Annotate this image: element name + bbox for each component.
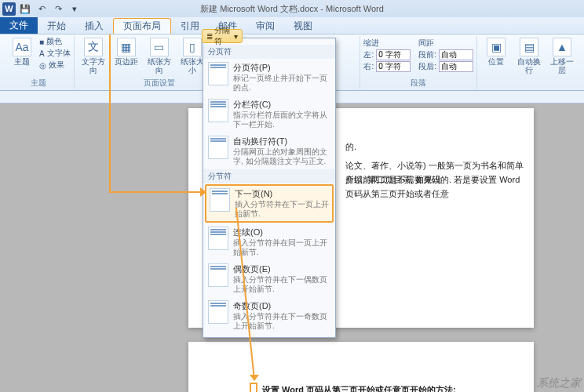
group-paragraph: 缩进 左: 右: 间距 段前: 段后: 段落 (360, 36, 477, 89)
text-wrap-icon (208, 136, 228, 159)
theme-fonts[interactable]: A 文字体 (39, 48, 71, 59)
wrap-text-button[interactable]: ▤自动换行 (513, 36, 545, 76)
body-text-frag3: 所以前两页是不需要页码的. 若是要设置 Word 页码从第三页开始或者任意 (345, 172, 524, 201)
redo-icon[interactable]: ↷ (51, 2, 65, 16)
item-next-page[interactable]: 下一页(N)插入分节符并在下一页上开始新节. (205, 184, 334, 223)
even-page-icon (208, 263, 228, 287)
group-label-themes: 主题 (31, 78, 46, 89)
indent-right-input[interactable] (376, 61, 411, 72)
indent-left-input[interactable] (376, 49, 411, 60)
group-themes: Aa主题 ■ 颜色 A 文字体 ◎ 效果 主题 (3, 36, 75, 89)
body-text-frag1: 的. (345, 140, 356, 154)
themes-button[interactable]: Aa主题 (6, 36, 38, 67)
group-arrange: ▣位置 ▤自动换行 ▲上移一层 (477, 36, 581, 89)
item-page-break[interactable]: 分页符(P)标记一页终止并开始下一页的点. (203, 59, 335, 96)
arrow-head-1 (200, 187, 206, 197)
theme-effects[interactable]: ◎ 效果 (39, 60, 71, 71)
watermark: 系统之家 (537, 376, 581, 390)
breaks-icon: ≣ (206, 32, 213, 41)
chevron-down-icon: ▾ (234, 32, 238, 41)
continuous-icon (208, 227, 228, 250)
group-label-paragraph: 段落 (411, 78, 426, 89)
item-column-break[interactable]: 分栏符(C)指示分栏符后面的文字将从下一栏开始. (203, 96, 335, 132)
theme-colors[interactable]: ■ 颜色 (39, 36, 71, 47)
position-icon: ▣ (487, 38, 506, 56)
spacing-heading: 间距 (418, 38, 473, 49)
wrap-icon: ▤ (520, 38, 538, 56)
item-continuous[interactable]: 连续(O)插入分节符并在同一页上开始新节. (203, 223, 335, 260)
page-break-icon (208, 62, 228, 85)
ribbon-tabs: 文件 开始 插入 页面布局 引用 邮件 审阅 视图 (0, 17, 584, 34)
text-direction-icon: 文 (84, 38, 103, 56)
title-bar: W 💾 ↶ ↷ ▾ 新建 Microsoft Word 文档.docx - Mi… (0, 0, 584, 17)
word-app-icon[interactable]: W (2, 2, 16, 16)
item-text-wrap[interactable]: 自动换行符(T)分隔网页上的对象周围的文字, 如分隔题注文字与正文. (203, 132, 335, 169)
tab-view[interactable]: 视图 (284, 18, 322, 34)
item-odd-page[interactable]: 奇数页(D)插入分节符并在下一奇数页上开始新节. (203, 297, 335, 334)
heading-text: 设置 Word 页码从第三页开始或任意页开始的方法: (262, 383, 456, 392)
forward-icon: ▲ (553, 38, 571, 56)
space-after-label: 段后: (418, 61, 436, 72)
themes-icon: Aa (13, 38, 31, 56)
text-direction-button[interactable]: 文文字方向 (78, 36, 109, 76)
tab-insert[interactable]: 插入 (75, 18, 113, 34)
indent-left-label: 左: (363, 49, 374, 60)
next-page-icon (210, 188, 230, 212)
tab-page-layout[interactable]: 页面布局 (113, 18, 171, 34)
arrow-head-2 (250, 375, 259, 381)
group-label-page-setup: 页面设置 (144, 78, 175, 89)
space-before-input[interactable] (439, 49, 473, 60)
breaks-dropdown: ≣分隔符▾ 分页符 分页符(P)标记一页终止并开始下一页的点. 分栏符(C)指示… (203, 38, 336, 338)
qat-customize-icon[interactable]: ▾ (68, 2, 82, 16)
margins-button[interactable]: ▦页边距 (111, 36, 142, 67)
indent-heading: 缩进 (363, 38, 411, 49)
tab-home[interactable]: 开始 (38, 18, 75, 34)
orientation-icon: ▭ (150, 38, 169, 56)
orientation-button[interactable]: ▭纸张方向 (144, 36, 175, 76)
page-2[interactable]: 设置 Word 页码从第三页开始或任意页开始的方法: 1、将鼠标放到"第二页"的… (188, 342, 534, 392)
indent-right-label: 右: (363, 61, 374, 72)
annotation-arrow-1b (109, 191, 202, 193)
quick-access-toolbar: W 💾 ↶ ↷ ▾ (0, 2, 82, 16)
window-title: 新建 Microsoft Word 文档.docx - Microsoft Wo… (200, 3, 384, 15)
tab-review[interactable]: 审阅 (246, 18, 284, 34)
size-icon: ▯ (183, 38, 202, 56)
margins-icon: ▦ (117, 38, 136, 56)
section-page-breaks: 分页符 (203, 45, 335, 59)
space-before-label: 段前: (418, 49, 436, 60)
cursor-highlight (250, 383, 257, 392)
item-even-page[interactable]: 偶数页(E)插入分节符并在下一偶数页上开始新节. (203, 260, 335, 297)
column-break-icon (208, 99, 228, 122)
save-icon[interactable]: 💾 (18, 2, 32, 16)
breaks-button[interactable]: ≣分隔符▾ (202, 29, 243, 43)
odd-page-icon (208, 300, 228, 324)
section-section-breaks: 分节符 (203, 169, 335, 183)
bring-forward-button[interactable]: ▲上移一层 (546, 36, 578, 76)
position-button[interactable]: ▣位置 (480, 36, 512, 67)
annotation-arrow-1 (109, 34, 111, 191)
space-after-input[interactable] (439, 61, 473, 72)
file-tab[interactable]: 文件 (0, 16, 38, 34)
undo-icon[interactable]: ↶ (35, 2, 49, 16)
